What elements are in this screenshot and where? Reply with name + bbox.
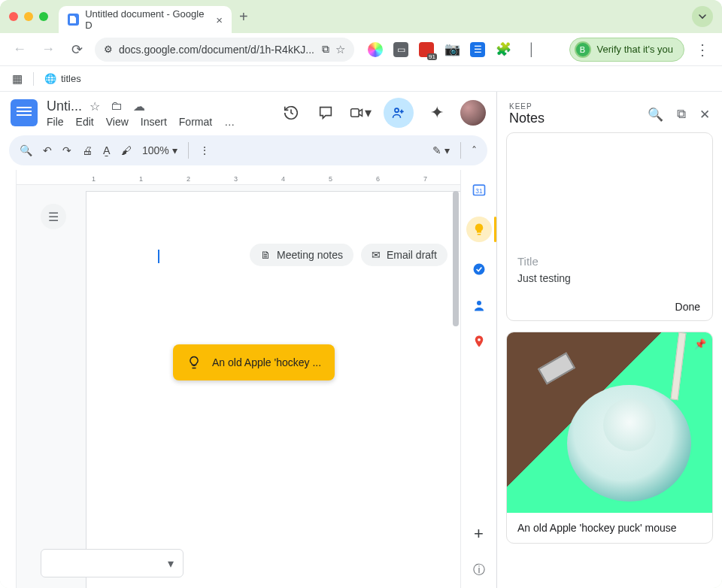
star-icon[interactable]: ☆ [89, 99, 100, 114]
info-icon[interactable]: ⓘ [470, 561, 488, 579]
minimize-window-button[interactable] [24, 12, 33, 21]
window-menu-button[interactable] [692, 6, 713, 27]
tasks-rail-icon[interactable] [470, 260, 488, 278]
explore-dropdown[interactable]: ▾ [41, 549, 184, 577]
meet-video-icon[interactable]: ▾ [349, 102, 372, 124]
add-addon-button[interactable]: + [470, 525, 488, 543]
keep-open-new-icon[interactable]: ⧉ [677, 107, 686, 123]
zoom-select[interactable]: 100% ▾ [142, 144, 177, 156]
nav-forward-button[interactable]: → [38, 39, 59, 60]
keep-panel-header: KEEP Notes 🔍 ⧉ ✕ [497, 92, 722, 132]
ruler-tick: 7 [423, 175, 427, 183]
meeting-notes-chip[interactable]: 🗎 Meeting notes [250, 244, 353, 266]
menu-view[interactable]: View [106, 116, 129, 128]
horizontal-ruler[interactable]: 1 1 2 3 4 5 6 7 1 [17, 170, 460, 185]
contacts-rail-icon[interactable] [470, 296, 488, 314]
chip-label: Meeting notes [277, 249, 343, 261]
verify-identity-chip[interactable]: B Verify that it's you [569, 38, 684, 62]
extension-icon[interactable]: ☰ [470, 42, 485, 57]
profile-badge: B [575, 41, 591, 58]
gemini-star-icon[interactable]: ✦ [426, 102, 448, 124]
scrollbar-thumb[interactable] [453, 191, 459, 326]
keep-panel-body[interactable]: Title Just testing Done 📌 An old Apple '… [497, 132, 722, 588]
editing-mode-icon[interactable]: ✎ ▾ [432, 144, 450, 156]
keep-new-note-card[interactable]: Title Just testing Done [506, 132, 713, 321]
share-button[interactable] [384, 98, 414, 128]
pin-icon[interactable]: 📌 [694, 338, 706, 350]
address-bar[interactable]: ⚙ docs.google.com/document/d/1h-R4kKJ...… [95, 38, 354, 62]
site-info-icon[interactable]: ⚙ [104, 44, 113, 55]
spellcheck-icon[interactable]: A̱ [103, 144, 111, 156]
keep-search-icon[interactable]: 🔍 [648, 107, 663, 123]
note-body-input[interactable]: Just testing [517, 272, 702, 284]
fullscreen-window-button[interactable] [39, 12, 48, 21]
ruler-tick: 2 [187, 175, 190, 183]
outline-toggle-button[interactable]: ☰ [41, 204, 66, 229]
menu-file[interactable]: File [47, 116, 64, 128]
docs-logo-icon[interactable] [11, 99, 38, 126]
camera-extension-icon[interactable]: 📷 [444, 42, 460, 57]
extensions-puzzle-icon[interactable]: 🧩 [496, 42, 511, 57]
collapse-toolbar-icon[interactable]: ˄ [472, 144, 477, 156]
browser-tab[interactable]: Untitled document - Google D × [59, 6, 232, 33]
note-caption: An old Apple 'hockey puck' mouse [507, 513, 712, 543]
paint-format-icon[interactable]: 🖌 [121, 144, 132, 156]
svg-point-1 [395, 108, 399, 112]
maps-rail-icon[interactable] [470, 332, 488, 350]
docs-menubar: File Edit View Insert Format … [47, 116, 235, 128]
undo-icon[interactable]: ↶ [43, 144, 52, 156]
adblock-extension-icon[interactable]: 91 [419, 42, 434, 57]
doc-title[interactable]: Unti... [47, 99, 82, 114]
apps-grid-icon[interactable]: ▦ [12, 72, 23, 86]
search-icon[interactable]: 🔍 [20, 144, 32, 156]
keep-toast[interactable]: An old Apple 'hockey ... [173, 344, 335, 380]
close-window-button[interactable] [9, 12, 18, 21]
nav-back-button[interactable]: ← [9, 39, 30, 60]
ruler-tick: 5 [329, 175, 332, 183]
new-tab-button[interactable]: + [239, 8, 248, 26]
note-image: 📌 [507, 332, 712, 513]
bookmark-star-icon[interactable]: ☆ [335, 43, 345, 56]
svg-point-6 [478, 338, 481, 341]
lightbulb-icon [187, 355, 202, 370]
menu-insert[interactable]: Insert [141, 116, 167, 128]
side-rail: 31 + ⓘ [460, 170, 496, 588]
text-cursor [158, 250, 159, 263]
docs-app: Unti... ☆ 🗀 ☁ File Edit View Insert Form… [0, 92, 496, 588]
history-icon[interactable] [280, 102, 302, 124]
keep-image-note-card[interactable]: 📌 An old Apple 'hockey puck' mouse [506, 332, 713, 544]
bookmark-item[interactable]: 🌐 titles [44, 73, 81, 84]
document-icon: 🗎 [260, 249, 271, 261]
menu-edit[interactable]: Edit [76, 116, 94, 128]
page-canvas[interactable]: 1 1 2 3 4 5 6 7 1 ☰ 🗎 [17, 170, 460, 588]
menu-more[interactable]: … [224, 116, 235, 128]
ruler-tick: 3 [234, 175, 238, 183]
comments-icon[interactable] [314, 102, 337, 124]
url-bar: ← → ⟳ ⚙ docs.google.com/document/d/1h-R4… [0, 33, 722, 66]
redo-icon[interactable]: ↷ [62, 144, 71, 156]
extension-icon[interactable] [368, 42, 383, 57]
print-icon[interactable]: 🖨 [82, 144, 93, 156]
note-title-input[interactable]: Title [517, 255, 702, 268]
verify-label: Verify that it's you [597, 44, 673, 55]
vertical-ruler[interactable] [0, 170, 17, 588]
move-folder-icon[interactable]: 🗀 [111, 99, 123, 114]
calendar-rail-icon[interactable]: 31 [470, 180, 488, 199]
menu-format[interactable]: Format [179, 116, 212, 128]
svg-point-4 [473, 264, 484, 275]
email-draft-chip[interactable]: ✉ Email draft [361, 244, 447, 266]
note-done-button[interactable]: Done [507, 293, 712, 320]
reader-extension-icon[interactable]: ▭ [393, 42, 408, 57]
url-text: docs.google.com/document/d/1h-R4kKJ... [119, 44, 316, 56]
tab-close-button[interactable]: × [216, 14, 223, 26]
account-avatar[interactable] [460, 100, 486, 126]
cloud-status-icon[interactable]: ☁ [133, 99, 145, 114]
open-external-icon[interactable]: ⧉ [322, 43, 329, 56]
browser-menu-button[interactable]: ⋮ [692, 41, 713, 59]
svg-rect-0 [351, 109, 359, 117]
more-toolbar-icon[interactable]: ⋮ [199, 144, 210, 156]
reload-button[interactable]: ⟳ [66, 39, 87, 60]
keep-rail-icon[interactable] [466, 217, 492, 242]
keep-close-icon[interactable]: ✕ [699, 107, 710, 123]
globe-icon: 🌐 [44, 73, 56, 84]
